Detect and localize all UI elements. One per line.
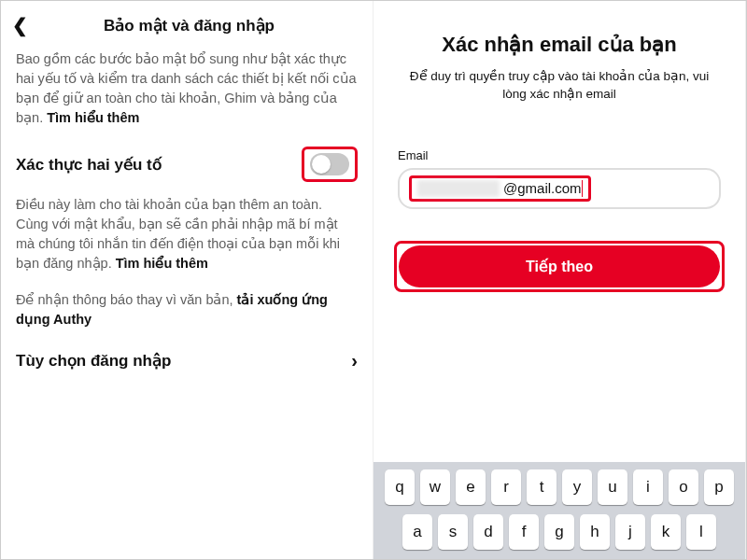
toggle-knob [312, 155, 331, 174]
key-y[interactable]: y [562, 469, 592, 505]
back-icon[interactable]: ❮ [12, 14, 34, 36]
learn-more-link[interactable]: Tìm hiểu thêm [47, 110, 139, 125]
email-redacted-part [417, 180, 500, 197]
learn-more-link-2[interactable]: Tìm hiểu thêm [116, 256, 208, 271]
key-p[interactable]: p [704, 469, 734, 505]
chevron-right-icon: › [351, 350, 358, 371]
keyboard-row-2: asdfghjkl [378, 514, 740, 550]
security-settings-screen: ❮ Bảo mật và đăng nhập Bao gồm các bước … [1, 1, 374, 559]
text-caret [582, 180, 583, 197]
email-input[interactable]: @gmail.com [398, 168, 721, 209]
email-value-highlight: @gmail.com [409, 175, 591, 202]
ios-keyboard: qwertyuiop asdfghjkl [374, 462, 745, 559]
confirm-email-screen: Xác nhận email của bạn Để duy trì quyền … [374, 1, 746, 559]
authy-text: Để nhận thông báo thay vì văn bản, [16, 292, 237, 307]
key-f[interactable]: f [509, 514, 539, 550]
key-k[interactable]: k [651, 514, 681, 550]
key-d[interactable]: d [473, 514, 503, 550]
key-a[interactable]: a [402, 514, 432, 550]
email-field-block: Email @gmail.com [374, 148, 745, 209]
next-button[interactable]: Tiếp theo [399, 245, 720, 287]
email-label: Email [398, 148, 721, 162]
keyboard-row-1: qwertyuiop [378, 469, 740, 505]
key-r[interactable]: r [491, 469, 521, 505]
key-t[interactable]: t [527, 469, 557, 505]
key-i[interactable]: i [633, 469, 663, 505]
intro-paragraph: Bao gồm các bước bảo mật bổ sung như bật… [1, 46, 373, 141]
key-l[interactable]: l [686, 514, 716, 550]
authy-paragraph: Để nhận thông báo thay vì văn bản, tải x… [1, 287, 373, 343]
key-e[interactable]: e [456, 469, 486, 505]
next-button-wrap: Tiếp theo [374, 209, 745, 292]
header: ❮ Bảo mật và đăng nhập [1, 1, 373, 46]
confirm-email-title: Xác nhận email của bạn [374, 1, 745, 68]
page-title: Bảo mật và đăng nhập [34, 16, 345, 35]
next-button-highlight: Tiếp theo [394, 241, 725, 292]
two-factor-row: Xác thực hai yếu tố [1, 141, 373, 191]
confirm-email-subtitle: Để duy trì quyền truy cập vào tài khoản … [374, 68, 745, 148]
key-w[interactable]: w [420, 469, 450, 505]
key-g[interactable]: g [544, 514, 574, 550]
login-options-label: Tùy chọn đăng nhập [16, 351, 171, 371]
key-o[interactable]: o [669, 469, 698, 505]
two-factor-toggle[interactable] [310, 153, 349, 175]
two-factor-label: Xác thực hai yếu tố [16, 155, 162, 175]
email-visible-part: @gmail.com [503, 180, 582, 196]
two-factor-toggle-highlight [302, 147, 358, 182]
key-q[interactable]: q [385, 469, 415, 505]
login-options-row[interactable]: Tùy chọn đăng nhập › [1, 343, 373, 371]
key-h[interactable]: h [580, 514, 610, 550]
key-s[interactable]: s [438, 514, 468, 550]
key-j[interactable]: j [615, 514, 645, 550]
two-factor-desc: Điều này làm cho tài khoản của bạn thêm … [1, 191, 373, 287]
key-u[interactable]: u [598, 469, 627, 505]
